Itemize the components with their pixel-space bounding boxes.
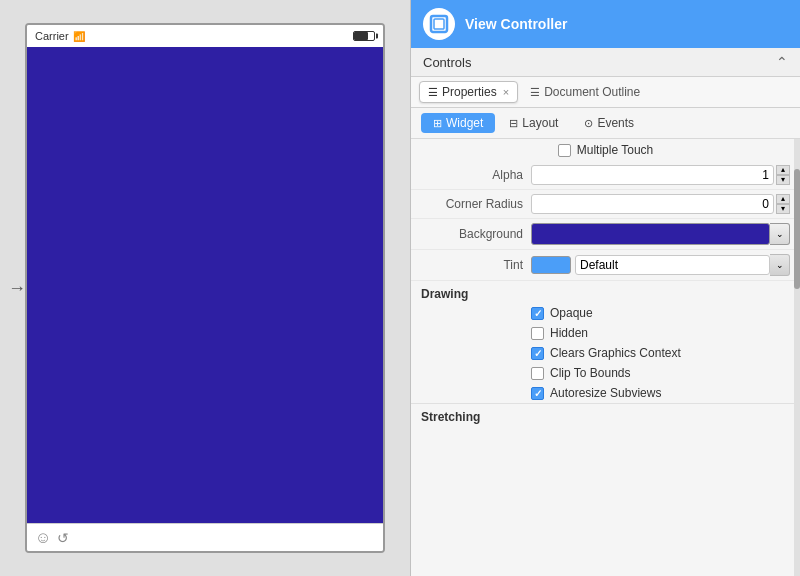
background-row: Background ⌄ [411,219,800,250]
alpha-stepper-down[interactable]: ▾ [776,175,790,185]
controls-label: Controls [423,55,471,70]
simulator-panel: → Carrier 📶 ☺ ↺ [0,0,410,576]
properties-content: Multiple Touch Alpha ▴ ▾ Corner Radius ▴… [411,139,800,576]
background-dropdown-btn[interactable]: ⌄ [770,223,790,245]
vc-header: View Controller [411,0,800,48]
simulator-frame: Carrier 📶 ☺ ↺ [25,23,385,553]
doc-outline-icon: ☰ [530,86,540,99]
properties-label: Properties [442,85,497,99]
background-label: Background [421,227,531,241]
tint-value-label: Default [580,258,765,272]
vc-square-icon [429,14,449,34]
corner-radius-stepper: ▴ ▾ [776,194,790,214]
wifi-icon: 📶 [73,31,85,42]
clip-to-bounds-label: Clip To Bounds [550,366,631,380]
tab-close-button[interactable]: × [503,86,509,98]
background-color-well[interactable] [531,223,770,245]
multiple-touch-label: Multiple Touch [577,143,654,157]
background-value: ⌄ [531,223,790,245]
corner-radius-stepper-down[interactable]: ▾ [776,204,790,214]
clears-graphics-row: Clears Graphics Context [411,343,800,363]
alpha-value: ▴ ▾ [531,165,790,185]
multiple-touch-row: Multiple Touch [411,139,800,161]
arrow-indicator: → [8,278,26,299]
tint-chevron: ⌄ [776,260,784,270]
tint-value: Default ⌄ [531,254,790,276]
clip-to-bounds-checkbox[interactable] [531,367,544,380]
tint-label: Tint [421,258,531,272]
stretching-header: Stretching [411,403,800,426]
carrier-label: Carrier [35,30,69,42]
view-tabs: ⊞ Widget ⊟ Layout ⊙ Events [411,108,800,139]
alpha-input[interactable] [531,165,774,185]
properties-icon: ☰ [428,86,438,99]
chevron-up-icon[interactable]: ⌃ [776,54,788,70]
tab-properties[interactable]: ☰ Properties × [419,81,518,103]
corner-radius-label: Corner Radius [421,197,531,211]
tab-doc-outline[interactable]: ☰ Document Outline [522,82,648,102]
alpha-stepper: ▴ ▾ [776,165,790,185]
statusbar-left: Carrier 📶 [35,30,85,42]
widget-label: Widget [446,116,483,130]
autoresize-row: Autoresize Subviews [411,383,800,403]
autoresize-label: Autoresize Subviews [550,386,661,400]
alpha-label: Alpha [421,168,531,182]
tint-select[interactable]: Default [575,255,770,275]
background-dropdown-arrow: ⌄ [776,229,784,239]
clears-graphics-checkbox[interactable] [531,347,544,360]
hidden-checkbox[interactable] [531,327,544,340]
doc-outline-label: Document Outline [544,85,640,99]
simulator-statusbar: Carrier 📶 [27,25,383,47]
events-label: Events [597,116,634,130]
layout-label: Layout [522,116,558,130]
statusbar-right [353,31,375,41]
corner-radius-value: ▴ ▾ [531,194,790,214]
scrollbar-track [794,139,800,576]
tint-color-preview [531,256,571,274]
hidden-row: Hidden [411,323,800,343]
svg-rect-1 [434,19,444,29]
tab-bar: ☰ Properties × ☰ Document Outline [411,77,800,108]
vc-title: View Controller [465,16,567,32]
corner-radius-stepper-up[interactable]: ▴ [776,194,790,204]
tab-widget[interactable]: ⊞ Widget [421,113,495,133]
controls-section: Controls ⌃ [411,48,800,77]
smiley-icon: ☺ [35,529,51,547]
tab-events[interactable]: ⊙ Events [572,113,646,133]
opaque-row: Opaque [411,303,800,323]
events-icon: ⊙ [584,117,593,130]
clears-graphics-label: Clears Graphics Context [550,346,681,360]
hidden-label: Hidden [550,326,588,340]
recycle-icon: ↺ [57,530,69,546]
layout-icon: ⊟ [509,117,518,130]
tint-dropdown-arrow[interactable]: ⌄ [770,254,790,276]
corner-radius-input[interactable] [531,194,774,214]
scrollbar-thumb[interactable] [794,169,800,289]
multiple-touch-checkbox[interactable] [558,144,571,157]
alpha-row: Alpha ▴ ▾ [411,161,800,190]
widget-icon: ⊞ [433,117,442,130]
inspector-panel: View Controller Controls ⌃ ☰ Properties … [410,0,800,576]
tint-row: Tint Default ⌄ [411,250,800,281]
autoresize-checkbox[interactable] [531,387,544,400]
alpha-stepper-up[interactable]: ▴ [776,165,790,175]
opaque-checkbox[interactable] [531,307,544,320]
clip-to-bounds-row: Clip To Bounds [411,363,800,383]
opaque-label: Opaque [550,306,593,320]
corner-radius-row: Corner Radius ▴ ▾ [411,190,800,219]
simulator-content [27,47,383,523]
tab-layout[interactable]: ⊟ Layout [497,113,570,133]
battery-icon [353,31,375,41]
drawing-header: Drawing [411,281,800,303]
vc-icon [423,8,455,40]
simulator-bottom-bar: ☺ ↺ [27,523,383,551]
battery-fill [354,32,368,40]
